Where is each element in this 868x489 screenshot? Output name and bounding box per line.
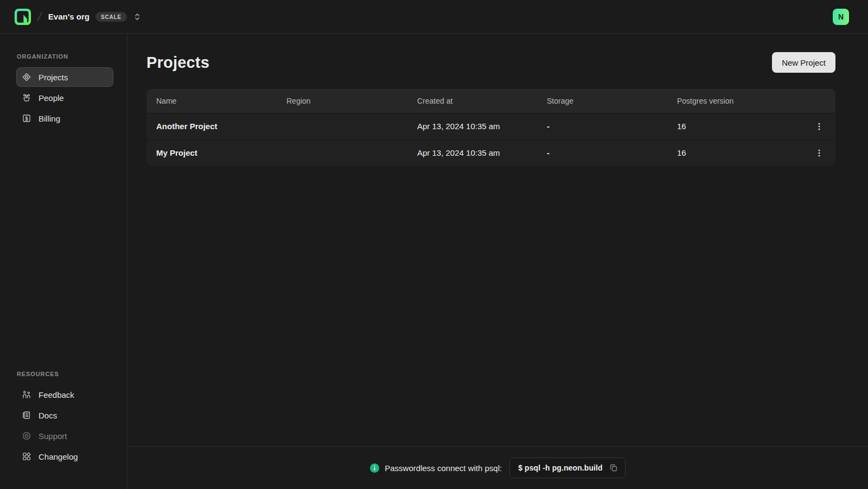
table-header-row: Name Region Created at Storage Postgres … xyxy=(146,89,835,113)
projects-icon xyxy=(22,72,31,82)
project-created-cell[interactable]: Apr 13, 2024 10:35 am xyxy=(407,113,537,139)
support-icon xyxy=(22,431,31,441)
column-header-region: Region xyxy=(277,89,407,113)
sidebar-item-support[interactable]: Support xyxy=(16,426,113,446)
breadcrumb-separator: / xyxy=(36,10,42,23)
main-area: Projects New Project Name Region Created… xyxy=(127,34,868,489)
psql-footer-message: Passwordless connect with psql: xyxy=(385,463,502,473)
sidebar-item-people[interactable]: People xyxy=(16,88,113,107)
sidebar-item-label: Support xyxy=(39,431,67,441)
table-row[interactable]: My Project Apr 13, 2024 10:35 am - 16 xyxy=(146,139,835,166)
copy-icon xyxy=(609,463,618,472)
feedback-icon xyxy=(22,390,31,399)
psql-footer: Passwordless connect with psql: $ psql -… xyxy=(127,446,868,489)
project-actions-cell xyxy=(803,139,835,166)
project-actions-cell xyxy=(803,113,835,139)
section-label-organization: ORGANIZATION xyxy=(16,53,111,60)
sidebar: ORGANIZATION Projects People xyxy=(0,34,127,489)
neon-logo-icon[interactable] xyxy=(14,8,31,26)
people-icon xyxy=(22,93,31,103)
svg-text:$: $ xyxy=(25,116,28,121)
sidebar-item-label: Feedback xyxy=(39,390,74,399)
kebab-menu-icon xyxy=(815,122,823,131)
sidebar-item-billing[interactable]: $ Billing xyxy=(16,109,113,128)
sidebar-item-docs[interactable]: Docs xyxy=(16,405,113,425)
project-storage-cell[interactable]: - xyxy=(537,113,667,139)
section-label-resources: RESOURCES xyxy=(16,371,111,377)
column-header-storage: Storage xyxy=(537,89,667,113)
user-avatar[interactable]: N xyxy=(833,9,849,25)
project-region-cell[interactable] xyxy=(277,139,407,166)
sidebar-item-label: People xyxy=(39,93,64,103)
column-header-actions xyxy=(803,89,835,113)
kebab-menu-icon xyxy=(815,149,823,157)
sidebar-item-changelog[interactable]: Changelog xyxy=(16,447,113,466)
copy-button[interactable] xyxy=(609,463,618,472)
org-name[interactable]: Evan's org xyxy=(48,12,90,21)
project-region-cell[interactable] xyxy=(277,113,407,139)
sidebar-item-label: Projects xyxy=(39,73,68,82)
page-title: Projects xyxy=(146,54,209,72)
plan-badge: SCALE xyxy=(95,12,127,22)
project-version-cell[interactable]: 16 xyxy=(667,113,803,139)
table-row[interactable]: Another Project Apr 13, 2024 10:35 am - … xyxy=(146,113,835,139)
org-switcher-button[interactable] xyxy=(133,12,141,21)
psql-command-box[interactable]: $ psql -h pg.neon.build xyxy=(509,458,626,478)
sidebar-item-label: Changelog xyxy=(39,452,78,461)
sidebar-resources-section: RESOURCES Feedback xyxy=(16,371,111,467)
project-version-cell[interactable]: 16 xyxy=(667,139,803,166)
changelog-icon xyxy=(22,452,31,461)
new-project-button[interactable]: New Project xyxy=(772,52,835,73)
sidebar-item-projects[interactable]: Projects xyxy=(16,67,113,87)
sidebar-item-feedback[interactable]: Feedback xyxy=(16,385,113,404)
row-actions-button[interactable] xyxy=(812,145,826,161)
project-name-cell[interactable]: Another Project xyxy=(146,113,277,139)
sidebar-item-label: Docs xyxy=(39,411,57,420)
row-actions-button[interactable] xyxy=(812,119,826,134)
column-header-postgres-version: Postgres version xyxy=(667,89,803,113)
docs-icon xyxy=(22,410,31,420)
project-storage-cell[interactable]: - xyxy=(537,139,667,166)
info-icon xyxy=(370,463,379,473)
chevron-up-down-icon xyxy=(133,12,141,21)
topbar: / Evan's org SCALE N xyxy=(0,0,868,34)
project-name-cell[interactable]: My Project xyxy=(146,139,277,166)
project-created-cell[interactable]: Apr 13, 2024 10:35 am xyxy=(407,139,537,166)
billing-icon: $ xyxy=(22,113,31,123)
column-header-created-at: Created at xyxy=(407,89,537,113)
sidebar-item-label: Billing xyxy=(39,114,60,123)
column-header-name: Name xyxy=(146,89,277,113)
psql-command: $ psql -h pg.neon.build xyxy=(518,463,603,472)
projects-table: Name Region Created at Storage Postgres … xyxy=(146,89,835,166)
